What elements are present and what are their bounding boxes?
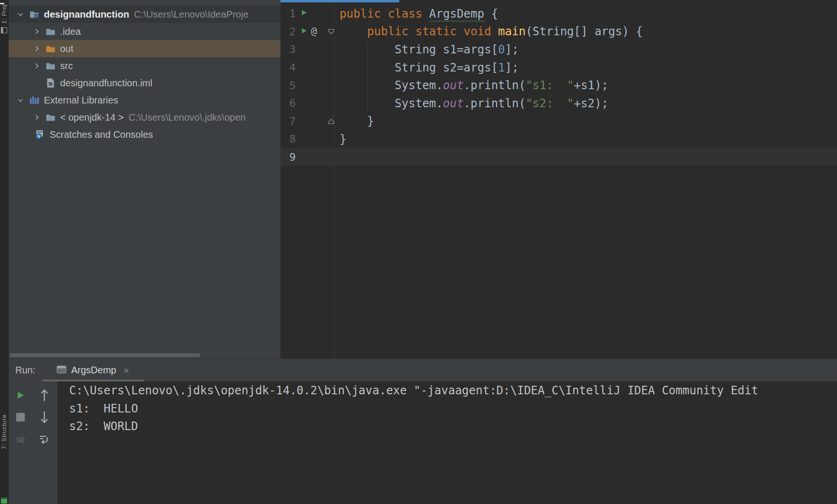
code-text[interactable]: String s1=args[0];	[337, 43, 519, 56]
editor-gutter: 3	[280, 41, 337, 59]
module-file-icon	[45, 78, 56, 88]
run-header: Run: ArgsDemp ×	[9, 359, 837, 381]
tree-row-path: C:\Users\Lenovo\IdeaProje	[134, 9, 248, 20]
navigate-up-button[interactable]	[40, 389, 49, 402]
fold-marker-icon[interactable]	[325, 29, 337, 35]
run-tab-argsdemp[interactable]: ArgsDemp ×	[56, 359, 129, 381]
editor-gutter: 8	[280, 130, 337, 148]
code-token: String s2=args[	[340, 61, 498, 74]
code-text[interactable]: System.out.println("s1: "+s1);	[337, 79, 609, 92]
project-folder-icon	[29, 10, 40, 19]
tree-row-scratches-and-consoles[interactable]: Scratches and Consoles	[9, 126, 280, 143]
tree-row-label: External Libraries	[44, 95, 118, 106]
chevron-right-icon[interactable]	[31, 62, 42, 70]
tree-row-openjdk-14[interactable]: < openjdk-14 >C:\Users\Lenovo\.jdks\open	[9, 109, 280, 126]
code-token: +s1);	[574, 79, 608, 92]
kill-process-button[interactable]: ☠	[15, 432, 26, 446]
code-editor[interactable]: 1public class ArgsDemp {2@ public static…	[280, 0, 837, 359]
editor-tab-accent	[280, 0, 399, 2]
run-tab-title: ArgsDemp	[71, 365, 116, 376]
left-tool-stripe: 1: Proj 7: Structure	[0, 0, 9, 504]
code-text[interactable]: public class ArgsDemp {	[337, 7, 498, 21]
top-row: designandfunctionC:\Users\Lenovo\IdeaPro…	[9, 0, 837, 359]
stop-button[interactable]	[16, 413, 25, 422]
tree-row-label: designandfunction	[44, 9, 129, 20]
rerun-failed-button[interactable]	[39, 433, 50, 445]
run-line-icon[interactable]	[300, 9, 308, 18]
editor-line-9: 9	[280, 148, 837, 166]
rerun-button[interactable]	[16, 391, 25, 400]
bottom-stripe-icon[interactable]	[1, 497, 7, 504]
tree-row-path: C:\Users\Lenovo\.jdks\open	[128, 112, 246, 123]
code-token: public static void	[367, 25, 498, 38]
code-token: out	[443, 97, 464, 110]
editor-line-2: 2@ public static void main(String[] args…	[280, 23, 837, 41]
line-number: 1	[280, 8, 296, 20]
code-token: ];	[505, 43, 519, 56]
close-tab-icon[interactable]: ×	[124, 365, 129, 376]
line-number: 7	[280, 115, 296, 127]
code-token: main	[498, 25, 526, 38]
editor-lines: 1public class ArgsDemp {2@ public static…	[280, 0, 837, 166]
code-token: .println(	[464, 97, 526, 110]
run-body: ☠ C:\Users\Lenovo\.jdks\openjdk-14.0.2\b…	[9, 381, 837, 504]
code-text[interactable]: System.out.println("s2: "+s2);	[337, 97, 609, 110]
editor-gutter: 5	[280, 76, 337, 94]
code-text[interactable]: }	[337, 114, 374, 128]
run-tab-underline	[42, 380, 144, 381]
editor-line-1: 1public class ArgsDemp {	[280, 5, 837, 23]
project-horizontal-scrollbar[interactable]	[10, 353, 200, 357]
console-output[interactable]: C:\Users\Lenovo\.jdks\openjdk-14.0.2\bin…	[57, 381, 837, 504]
folder-icon	[45, 27, 56, 36]
tool-button-project[interactable]: 1: Proj	[0, 0, 8, 24]
editor-line-6: 6 System.out.println("s2: "+s2);	[280, 94, 837, 113]
editor-gutter: 7	[280, 113, 337, 131]
editor-line-4: 4 String s2=args[1];	[280, 59, 837, 77]
editor-gutter: 6	[280, 94, 337, 113]
code-token: "s1: "	[526, 79, 574, 92]
line-number: 9	[280, 151, 296, 163]
chevron-right-icon[interactable]	[31, 113, 42, 121]
tool-button-structure[interactable]: 7: Structure	[0, 414, 8, 449]
tree-row-label: .idea	[60, 26, 81, 37]
code-token: out	[443, 79, 464, 92]
run-line-icon[interactable]	[300, 27, 308, 36]
chevron-right-icon[interactable]	[31, 45, 42, 52]
code-token: }	[340, 133, 346, 146]
chevron-down-icon[interactable]	[15, 96, 26, 104]
code-token: "s2: "	[526, 97, 574, 110]
navigate-down-button[interactable]	[40, 411, 49, 424]
ide-window: 1: Proj 7: Structure designandfunctionC:…	[0, 0, 837, 504]
code-text[interactable]: public static void main(String[] args) {	[337, 25, 643, 38]
chevron-right-icon[interactable]	[31, 28, 42, 35]
editor-line-3: 3 String s1=args[0];	[280, 41, 837, 59]
annotation-at-icon: @	[311, 26, 317, 37]
tree-row-designandfunction[interactable]: designandfunctionC:\Users\Lenovo\IdeaPro…	[9, 6, 280, 23]
code-token: String s1=args[	[340, 43, 498, 56]
gutter-icons: @	[296, 26, 325, 37]
tree-row-src[interactable]: src	[9, 57, 280, 74]
chevron-down-icon[interactable]	[15, 10, 26, 18]
code-token: 1	[498, 61, 505, 74]
run-tool-window: Run: ArgsDemp × ☠ C:\Users\Lenovo\.jdks\…	[9, 359, 837, 504]
tool-window-icon[interactable]	[1, 27, 7, 35]
code-text[interactable]: }	[337, 133, 346, 146]
tree-row-idea[interactable]: .idea	[9, 23, 280, 40]
jdk-folder-icon	[45, 113, 56, 122]
code-text[interactable]: String s2=args[1];	[337, 61, 519, 74]
libraries-icon	[29, 95, 40, 105]
fold-marker-icon[interactable]	[325, 118, 337, 124]
editor-line-5: 5 System.out.println("s1: "+s1);	[280, 76, 837, 94]
console-line: s2: WORLD	[69, 418, 837, 436]
tree-row-label: out	[60, 43, 73, 54]
tree-row-external-libraries[interactable]: External Libraries	[9, 92, 280, 109]
code-token: .println(	[464, 79, 526, 92]
tree-row-label: designandfunction.iml	[60, 78, 152, 89]
editor-line-7: 7 }	[280, 113, 837, 131]
tree-row-out[interactable]: out	[9, 40, 280, 57]
line-number: 5	[280, 80, 296, 92]
code-token: {	[484, 7, 498, 21]
code-token: System.	[340, 97, 443, 110]
tree-row-designandfunction-iml[interactable]: designandfunction.iml	[9, 74, 280, 92]
code-token: +s2);	[574, 97, 608, 110]
